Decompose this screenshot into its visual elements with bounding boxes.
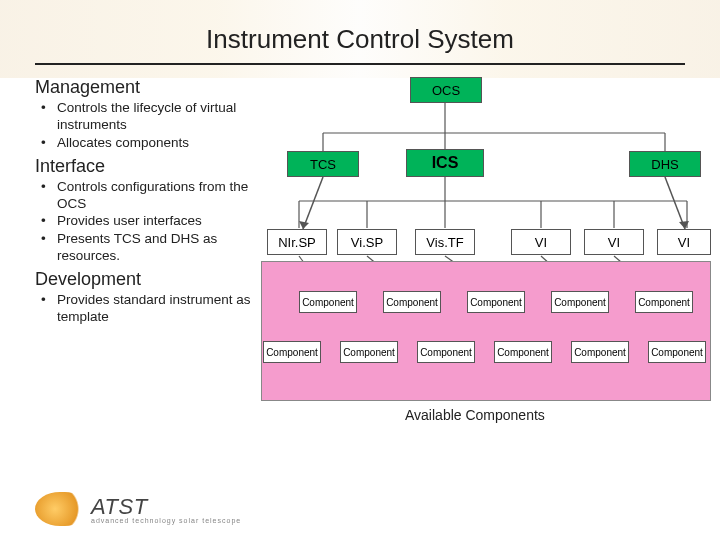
slide-title: Instrument Control System — [0, 0, 720, 63]
node-vi-2: Vis.TF — [415, 229, 475, 255]
node-vi-3: VI — [511, 229, 571, 255]
title-rule — [35, 63, 685, 65]
node-ocs: OCS — [410, 77, 482, 103]
svg-line-15 — [665, 177, 685, 229]
svg-line-13 — [303, 177, 323, 229]
node-vi-1: Vi.SP — [337, 229, 397, 255]
component-b3: Component — [494, 341, 552, 363]
node-ics: ICS — [406, 149, 484, 177]
iface-item-1: Provides user interfaces — [41, 213, 277, 230]
logo-sun-icon — [35, 492, 85, 526]
component-a0: Component — [299, 291, 357, 313]
mgmt-item-1: Allocates components — [41, 135, 277, 152]
slide-content: Instrument Control System Management Con… — [0, 0, 720, 540]
component-a3: Component — [551, 291, 609, 313]
component-a2: Component — [467, 291, 525, 313]
dev-item-0: Provides standard instrument as template — [41, 292, 277, 326]
iface-item-0: Controls configurations from the OCS — [41, 179, 277, 213]
logo-subtitle: advanced technology solar telescope — [91, 517, 241, 524]
heading-interface: Interface — [35, 156, 277, 177]
heading-development: Development — [35, 269, 277, 290]
component-b0: Component — [263, 341, 321, 363]
node-vi-5: VI — [657, 229, 711, 255]
iface-item-2: Presents TCS and DHS as resources. — [41, 231, 277, 265]
heading-management: Management — [35, 77, 277, 98]
component-b2: Component — [417, 341, 475, 363]
component-b5: Component — [648, 341, 706, 363]
component-a1: Component — [383, 291, 441, 313]
node-vi-4: VI — [584, 229, 644, 255]
logo: ATST advanced technology solar telescope — [35, 492, 241, 526]
node-vi-0: NIr.SP — [267, 229, 327, 255]
component-b4: Component — [571, 341, 629, 363]
left-text-column: Management Controls the lifecycle of vir… — [35, 73, 285, 443]
available-components-region — [261, 261, 711, 401]
available-components-label: Available Components — [405, 407, 545, 423]
component-b1: Component — [340, 341, 398, 363]
component-a4: Component — [635, 291, 693, 313]
node-dhs: DHS — [629, 151, 701, 177]
mgmt-item-0: Controls the lifecycle of virtual instru… — [41, 100, 277, 134]
svg-marker-14 — [299, 221, 309, 229]
node-tcs: TCS — [287, 151, 359, 177]
diagram-area: OCS TCS ICS DHS NIr.SP Vi.SP Vis.TF VI V… — [285, 73, 712, 443]
